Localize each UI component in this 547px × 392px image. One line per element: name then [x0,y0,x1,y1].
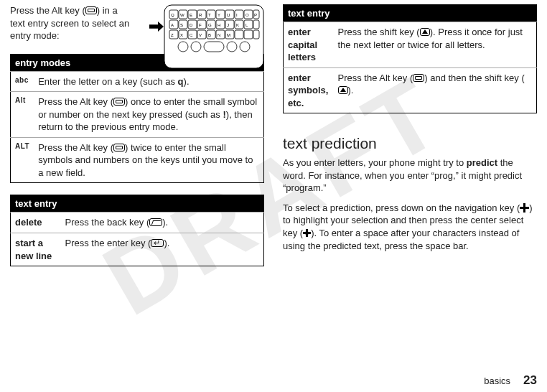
svg-text:U: U [227,13,230,17]
svg-text:D: D [190,23,193,27]
svg-rect-33 [204,42,224,52]
nav-key-icon [520,203,529,213]
svg-text:X: X [180,33,183,37]
svg-text:V: V [199,33,202,37]
svg-text:K: K [236,23,239,27]
keyboard-svg: QWERTYUIOP ASDFGHJKL ZXCVBNM [164,4,264,69]
table-row: enter symbols, etc. Press the Alt key ()… [284,67,537,113]
action-desc: Press the enter key (). [61,233,264,266]
text-entry-header: text entry [11,195,264,213]
table-row: Alt Press the Alt key () once to enter t… [11,92,264,138]
svg-text:S: S [180,23,183,27]
svg-text:P: P [254,13,257,17]
svg-text:A: A [171,23,174,27]
alt-key-icon [413,74,424,82]
svg-text:O: O [246,13,249,17]
svg-rect-20 [253,20,259,29]
action-desc: Press the shift key (). Press it once fo… [334,22,537,68]
svg-rect-31 [178,42,188,52]
svg-text:H: H [218,23,220,27]
svg-rect-30 [253,30,259,39]
mode-desc: Press the Alt key () twice to enter the … [34,137,263,183]
text-prediction-heading: text prediction [283,135,537,152]
action-desc: Press the Alt key () and then the shift … [334,67,537,113]
mode-label: ALT [11,137,34,183]
alt-key-icon [85,6,97,14]
keyboard-illustration: QWERTYUIOP ASDFGHJKL ZXCVBNM [164,4,264,69]
action-label: delete [11,213,61,233]
svg-text:E: E [190,13,192,17]
action-label: enter symbols, etc. [284,67,334,113]
mode-desc: Enter the letter on a key (such as q). [34,71,263,92]
intro-block: Press the Alt key () in a text entry scr… [10,4,264,42]
shift-key-icon [420,28,430,36]
mode-desc: Press the Alt key () once to enter the s… [34,92,263,138]
enter-key-icon [151,239,164,247]
left-column: Press the Alt key () in a text entry scr… [10,4,264,360]
prediction-p2: To select a prediction, press down on th… [283,202,537,252]
alt-key-icon [113,98,125,106]
svg-text:G: G [208,23,212,27]
svg-rect-34 [227,42,237,52]
mode-label: abc [11,71,34,92]
table-row: delete Press the back key (). [11,213,264,233]
table-row: start a new line Press the enter key (). [11,233,264,266]
back-key-icon [149,218,162,226]
table-row: ALT Press the Alt key () twice to enter … [11,137,264,183]
arrow-icon [149,22,164,32]
svg-text:Z: Z [171,33,174,37]
svg-text:T: T [208,13,211,17]
table-row: enter capital letters Press the shift ke… [284,22,537,68]
svg-text:Q: Q [171,13,174,17]
svg-text:J: J [227,23,229,27]
svg-text:N: N [218,33,220,37]
svg-text:Y: Y [218,13,220,17]
mode-label: Alt [11,92,34,138]
text-entry-table-left: text entry delete Press the back key ().… [10,195,264,266]
svg-text:W: W [180,13,184,17]
svg-rect-32 [191,42,201,52]
page-number: 23 [523,373,537,388]
alt-key-icon [113,144,125,151]
footer-section: basics [484,375,510,386]
svg-rect-35 [240,42,250,52]
svg-text:R: R [199,13,202,17]
shift-key-icon [338,86,348,94]
svg-text:B: B [208,33,211,37]
prediction-p1: As you enter letters, your phone might t… [283,157,537,195]
svg-rect-29 [244,30,253,39]
page-footer: basics 23 [484,373,537,388]
text-entry-header: text entry [284,5,537,22]
text-entry-table-right: text entry enter capital letters Press t… [283,4,537,113]
action-desc: Press the back key (). [61,213,264,233]
action-label: start a new line [11,233,61,266]
table-row: abc Enter the letter on a key (such as q… [11,71,264,92]
svg-text:F: F [199,23,202,27]
center-key-icon [303,229,311,237]
predict-bold: predict [467,157,497,168]
entry-modes-table: entry modes abc Enter the letter on a ke… [10,54,264,184]
svg-text:M: M [227,33,230,37]
svg-text:C: C [190,33,193,37]
right-column: text entry enter capital letters Press t… [283,4,537,360]
action-label: enter capital letters [284,22,334,68]
svg-rect-28 [235,30,243,39]
intro-text: Press the Alt key () in a text entry scr… [10,4,132,42]
